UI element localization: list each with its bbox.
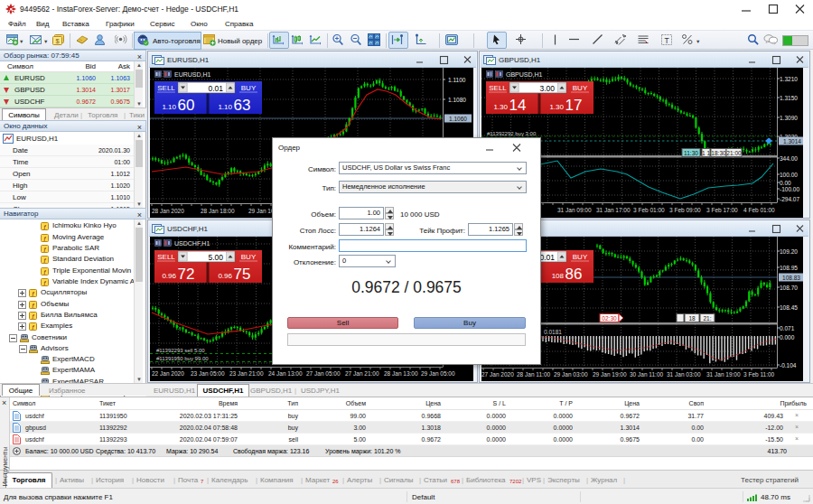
svg-text:0.00: 0.00 [780,180,791,186]
svg-text:108.95: 108.95 [780,265,798,271]
svg-text:T: T [664,36,668,45]
svg-text:0.96: 0.96 [218,272,232,280]
svg-text:23 Jan 05:00: 23 Jan 05:00 [191,370,225,377]
svg-text:18: 18 [688,315,696,322]
svg-text:27 Jan 21:00: 27 Jan 21:00 [345,370,379,377]
svg-text:GBPUSD,H1: GBPUSD,H1 [506,71,543,78]
svg-text:17: 17 [565,97,583,114]
svg-text:02:30: 02:30 [602,315,617,322]
svg-text:BUY: BUY [573,253,588,261]
svg-text:3 Feb 17:00: 3 Feb 17:00 [706,207,738,213]
svg-text:75: 75 [234,266,251,283]
svg-text:BUY: BUY [241,84,257,92]
svg-text:1.1100: 1.1100 [448,77,466,83]
svg-text:0.071: 0.071 [780,325,795,331]
svg-text:1.3210: 1.3210 [780,76,798,82]
svg-text:31 Jan 19:00: 31 Jan 19:00 [706,371,741,378]
svg-text:1.1060: 1.1060 [449,116,467,122]
svg-text:SELL: SELL [489,84,507,92]
svg-text:108.45: 108.45 [780,304,798,311]
svg-text:0.01: 0.01 [208,84,223,93]
svg-text:23 Jan 21:00: 23 Jan 21:00 [229,370,264,377]
svg-text:0.01: 0.01 [539,253,555,262]
svg-text:27 Jan 05:00: 27 Jan 05:00 [306,370,341,377]
svg-text:-0.104: -0.104 [780,362,797,369]
svg-text:1.3014: 1.3014 [783,138,801,145]
svg-text:21:: 21: [703,315,711,322]
svg-text:#11392292 buy 3.00: #11392292 buy 3.00 [487,131,537,136]
svg-text:3.00: 3.00 [539,84,555,93]
svg-text:14: 14 [509,97,527,114]
svg-text:28 Jan 2020: 28 Jan 2020 [152,208,184,214]
svg-text:31 Jan 17:00: 31 Jan 17:00 [596,207,631,213]
svg-text:60: 60 [178,97,195,114]
svg-text:0.0181: 0.0181 [544,329,562,335]
svg-text:BUY: BUY [241,253,257,261]
svg-text:1.30: 1.30 [493,103,508,111]
svg-text:1.3090: 1.3090 [780,115,798,121]
svg-text:#11392293 sell 5.00: #11392293 sell 5.00 [156,348,205,353]
svg-text:SELL: SELL [157,84,175,92]
svg-text:3 Feb 09:00: 3 Feb 09:00 [669,207,701,213]
svg-text:18:30: 18:30 [711,150,726,156]
svg-text:24 Jan 13:00: 24 Jan 13:00 [268,370,303,377]
svg-text:-294.07: -294.07 [780,196,799,202]
svg-text:27 Jan 2020: 27 Jan 2020 [481,371,514,378]
svg-text:29 Jan 19:00: 29 Jan 19:00 [593,371,627,378]
svg-text:108.83: 108.83 [782,275,800,281]
svg-text:28 Jan 13:00: 28 Jan 13:00 [384,370,418,377]
svg-text:344.00: 344.00 [780,155,798,162]
svg-text:1.10: 1.10 [162,103,176,111]
svg-text:4 Feb 01:00: 4 Feb 01:00 [743,207,775,213]
svg-text:1.3150: 1.3150 [780,95,798,101]
svg-text:63: 63 [234,97,251,114]
svg-text:28 Jan 18:00: 28 Jan 18:00 [201,208,235,214]
svg-text:0.000: 0.000 [780,334,795,341]
svg-text:86: 86 [565,266,583,283]
svg-text:108: 108 [552,272,565,280]
svg-text:22 Jan 2020: 22 Jan 2020 [152,370,184,377]
svg-text:108.70: 108.70 [780,285,798,291]
svg-text:BUY: BUY [573,84,588,92]
svg-text:SELL: SELL [157,253,175,261]
svg-text:1 1: 1 1 [702,150,710,156]
svg-text:#11391950 buy 99.00: #11391950 buy 99.00 [156,356,209,361]
svg-text:72: 72 [178,266,195,283]
svg-text:-100.00: -100.00 [780,186,799,192]
svg-text:3 Feb 01:00: 3 Feb 01:00 [633,207,665,213]
svg-text:3 Feb 11:00: 3 Feb 11:00 [743,371,775,378]
svg-text:21:00: 21:00 [726,150,742,156]
svg-text:11:30: 11:30 [684,150,698,156]
svg-text:31 Jan 09:00: 31 Jan 09:00 [557,207,592,213]
svg-text:29 Jan 03:00: 29 Jan 03:00 [554,371,588,378]
svg-text:100.00: 100.00 [780,172,798,178]
svg-text:30 Jan 11:00: 30 Jan 11:00 [630,371,663,378]
svg-text:1.30: 1.30 [549,103,564,111]
svg-text:31 Jan 03:00: 31 Jan 03:00 [667,371,701,378]
svg-text:0.96: 0.96 [162,272,176,280]
svg-text:5.00: 5.00 [208,253,223,262]
svg-text:109.20: 109.20 [780,248,798,255]
svg-text:28 Jan 11:00: 28 Jan 11:00 [517,371,550,378]
svg-text:USDCHF,H1: USDCHF,H1 [174,240,210,247]
svg-text:1.1080: 1.1080 [448,97,466,103]
svg-text:29 Jan 05:00: 29 Jan 05:00 [421,370,455,377]
svg-text:EURUSD,H1: EURUSD,H1 [174,71,211,78]
svg-text:1.10: 1.10 [218,103,232,111]
